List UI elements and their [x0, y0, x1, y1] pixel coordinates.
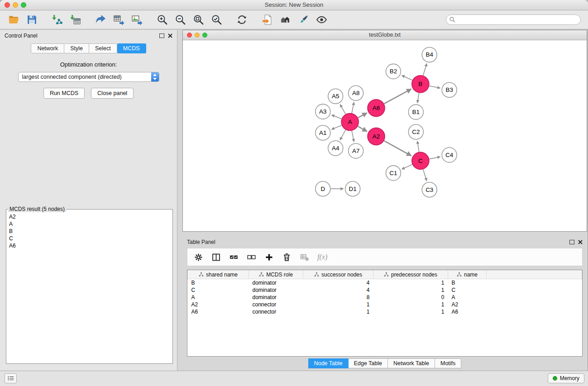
graph-edge[interactable]: [423, 63, 427, 75]
graph-edge[interactable]: [402, 75, 412, 80]
column-header[interactable]: shared name: [188, 270, 249, 279]
list-item[interactable]: B: [6, 228, 172, 235]
apply-function-button[interactable]: f(x): [317, 253, 327, 261]
import-network-button[interactable]: [50, 13, 64, 27]
graph-node[interactable]: A6: [368, 100, 385, 117]
graph-node[interactable]: A3: [316, 104, 330, 119]
tab-network-table[interactable]: Network Table: [388, 358, 435, 368]
save-session-button[interactable]: [24, 13, 39, 27]
network-graph[interactable]: AA1A2A3A4A5A6A7A8BB1B2B3B4CC1C2C3C4DD1: [183, 40, 587, 231]
table-cell[interactable]: 4: [303, 286, 373, 294]
graph-node[interactable]: C3: [422, 182, 437, 197]
graph-edge[interactable]: [423, 169, 427, 181]
graph-edge[interactable]: [340, 105, 345, 114]
zoom-fit-button[interactable]: [191, 13, 206, 27]
table-cell[interactable]: A6: [188, 308, 249, 315]
close-panel-icon[interactable]: [168, 33, 172, 38]
graph-edge[interactable]: [429, 86, 440, 88]
graph-edge[interactable]: [358, 113, 367, 118]
graph-node[interactable]: D1: [345, 181, 360, 196]
float-panel-icon[interactable]: [159, 33, 164, 38]
table-cell[interactable]: 0: [373, 294, 448, 301]
table-cell[interactable]: 1: [373, 308, 448, 315]
graph-edge[interactable]: [331, 115, 341, 119]
network-from-selection-button[interactable]: [260, 13, 274, 27]
table-cell[interactable]: C: [188, 286, 249, 294]
close-table-panel-icon[interactable]: [578, 240, 583, 244]
table-cell[interactable]: 8: [303, 294, 373, 301]
show-hide-button[interactable]: [314, 13, 329, 27]
graph-node[interactable]: B: [412, 76, 429, 93]
graph-edge[interactable]: [352, 102, 354, 113]
show-columns-button[interactable]: [211, 253, 221, 262]
graph-edge[interactable]: [429, 157, 440, 159]
network-canvas[interactable]: AA1A2A3A4A5A6A7A8BB1B2B3B4CC1C2C3C4DD1: [183, 40, 587, 231]
list-item[interactable]: A6: [6, 242, 172, 249]
select-all-button[interactable]: [229, 253, 239, 262]
task-history-button[interactable]: [5, 373, 17, 383]
export-network-button[interactable]: [93, 13, 108, 27]
import-table-button[interactable]: [68, 13, 82, 27]
graph-edge[interactable]: [384, 89, 411, 104]
tab-mcds[interactable]: MCDS: [117, 43, 146, 53]
table-cell[interactable]: connector: [249, 301, 303, 308]
graph-node[interactable]: A8: [349, 86, 363, 100]
float-table-panel-icon[interactable]: [569, 240, 574, 244]
table-settings-button[interactable]: [194, 253, 203, 262]
column-header[interactable]: name: [448, 270, 487, 279]
column-header[interactable]: predecessor nodes: [373, 270, 448, 279]
table-cell[interactable]: connector: [249, 308, 303, 315]
graph-node[interactable]: B3: [442, 82, 457, 97]
graph-node[interactable]: C: [412, 152, 429, 169]
close-panel-button[interactable]: Close panel: [91, 88, 134, 99]
memory-button[interactable]: Memory: [548, 373, 584, 383]
table-cell[interactable]: A: [448, 294, 487, 301]
delete-table-button[interactable]: [300, 253, 309, 262]
refresh-button[interactable]: [234, 13, 249, 27]
table-cell[interactable]: dominator: [249, 286, 303, 294]
table-cell[interactable]: A: [188, 294, 249, 301]
table-row[interactable]: Bdominator41B: [188, 279, 582, 287]
graph-node[interactable]: B1: [408, 105, 423, 119]
graph-edge[interactable]: [417, 93, 419, 103]
graph-node[interactable]: A4: [328, 141, 343, 156]
graph-node[interactable]: C1: [386, 166, 401, 181]
graph-node[interactable]: B2: [386, 64, 401, 79]
table-cell[interactable]: A2: [448, 301, 487, 308]
delete-column-button[interactable]: [282, 253, 292, 262]
table-row[interactable]: Adominator80A: [188, 294, 582, 301]
column-header[interactable]: MCDS role: [249, 270, 303, 279]
table-cell[interactable]: A2: [188, 301, 249, 308]
table-row[interactable]: Cdominator41C: [188, 286, 582, 294]
graph-node[interactable]: B4: [422, 47, 437, 62]
column-header[interactable]: successor nodes: [303, 270, 373, 279]
home-view-button[interactable]: [278, 13, 292, 27]
tab-motifs[interactable]: Motifs: [435, 358, 461, 368]
criterion-dropdown[interactable]: largest connected component (directed): [18, 72, 159, 82]
graph-node[interactable]: A2: [368, 128, 385, 145]
table-cell[interactable]: 1: [373, 286, 448, 294]
graph-node[interactable]: A5: [328, 89, 343, 104]
table-row[interactable]: A6connector11A6: [188, 308, 582, 315]
graph-node[interactable]: A: [341, 114, 359, 131]
graph-edge[interactable]: [340, 130, 345, 140]
tab-edge-table[interactable]: Edge Table: [349, 358, 388, 368]
export-image-button[interactable]: [129, 13, 144, 27]
list-item[interactable]: A: [6, 220, 172, 228]
tab-style[interactable]: Style: [64, 43, 89, 53]
list-item[interactable]: C: [6, 235, 172, 242]
table-cell[interactable]: A6: [448, 308, 487, 315]
graph-edge[interactable]: [358, 126, 367, 131]
apply-style-button[interactable]: [296, 13, 311, 27]
graph-edge[interactable]: [384, 141, 411, 156]
node-table-container[interactable]: shared nameMCDS rolesuccessor nodesprede…: [187, 270, 583, 357]
table-row[interactable]: A2connector11A2: [188, 301, 582, 308]
open-session-button[interactable]: [6, 13, 21, 27]
table-cell[interactable]: dominator: [249, 279, 303, 287]
graph-node[interactable]: A7: [349, 143, 363, 158]
graph-node[interactable]: D: [316, 181, 330, 196]
run-mcds-button[interactable]: Run MCDS: [43, 88, 85, 99]
tab-network[interactable]: Network: [31, 43, 64, 53]
search-input[interactable]: [446, 14, 581, 25]
add-column-button[interactable]: [264, 253, 274, 262]
